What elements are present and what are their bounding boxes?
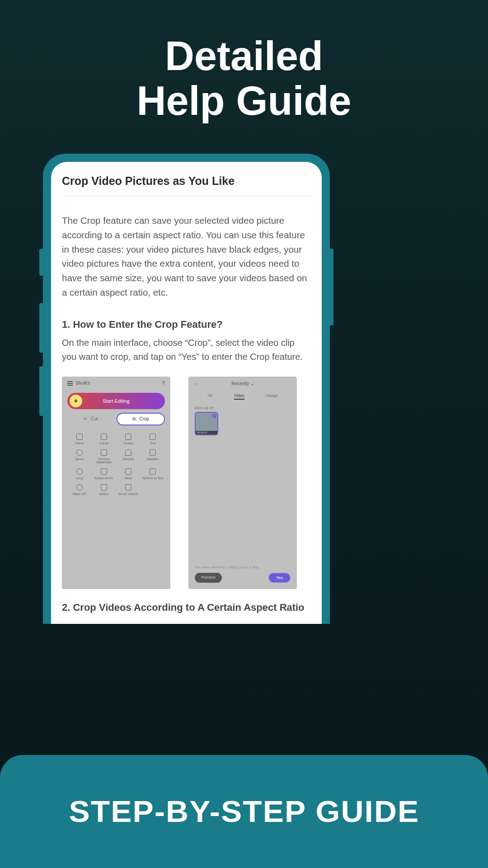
- phone-button-left-2: [39, 303, 43, 353]
- chevron-down-icon: ⌄: [250, 381, 254, 386]
- tool-speed: Speed: [67, 449, 92, 464]
- tool-motion: Motion: [92, 484, 116, 495]
- dropdown-recently: Recently ⌄: [231, 381, 254, 386]
- help-icon: ?: [162, 380, 165, 387]
- media-filter-tabs: All Video Image: [188, 391, 297, 402]
- section-2-heading: 2. Crop Videos According to A Certain As…: [62, 602, 311, 613]
- tool-filters: Filters: [67, 434, 92, 445]
- phone-button-left-1: [39, 249, 43, 276]
- tool-rotate: Rotate: [116, 434, 141, 445]
- start-editing-button: + Start Editing: [67, 393, 165, 409]
- bottom-bar: You have selected 1 clip(s) (up to 1 cli…: [188, 561, 297, 589]
- yes-button: Yes: [268, 573, 291, 583]
- phone-button-left-3: [39, 366, 43, 416]
- section-1-body: On the main interface, choose “Crop”, se…: [62, 336, 311, 364]
- hero-title: Detailed Help Guide: [0, 0, 488, 123]
- tab-cut: ✂ Cut: [67, 413, 114, 425]
- mode-tabs: ✂ Cut ⧉ Crop: [67, 413, 165, 425]
- tool-grid: Filters Adjust Rotate Text Speed Remove …: [62, 425, 170, 495]
- hero-line2: Help Guide: [136, 78, 351, 123]
- mock-header-right: ← Recently ⌄: [188, 377, 297, 391]
- selected-count-text: You have selected 1 clip(s) (up to 1 cli…: [195, 565, 291, 569]
- tab-crop-label: Crop: [139, 416, 149, 421]
- start-editing-label: Start Editing: [103, 398, 130, 404]
- video-thumbnail: ✓ 00:00:07: [195, 412, 218, 435]
- tool-adjust: Adjust: [92, 434, 116, 445]
- check-icon: ✓: [212, 414, 216, 418]
- back-icon: ←: [195, 381, 199, 386]
- thumb-duration: 00:00:07: [196, 431, 217, 434]
- tool-mute: Mute: [116, 468, 141, 480]
- filter-image: Image: [267, 393, 278, 400]
- tab-cut-label: Cut: [91, 416, 98, 421]
- section-1-heading: 1. How to Enter the Crop Feature?: [62, 319, 311, 330]
- tool-speech-to-text: Speech to Text: [141, 468, 165, 480]
- hero-line1: Detailed: [165, 33, 323, 79]
- tool-denoise: Denoise: [116, 449, 141, 464]
- tab-crop: ⧉ Crop: [117, 413, 165, 425]
- phone-screen: Crop Video Pictures as You Like The Crop…: [51, 162, 322, 624]
- article-title: Crop Video Pictures as You Like: [62, 175, 311, 196]
- filter-video: Video: [234, 393, 244, 400]
- tool-extract-audio: Extract Audio: [92, 468, 116, 480]
- article-intro: The Crop feature can save your selected …: [62, 213, 311, 300]
- tool-make-gif: Make GIF: [67, 484, 92, 495]
- screenshot-row: ShotKit ? + Start Editing ✂ Cut ⧉ Crop: [62, 377, 311, 589]
- mock-header: ShotKit ?: [62, 377, 170, 390]
- preview-button: Preview: [195, 573, 222, 583]
- screenshot-left: ShotKit ? + Start Editing ✂ Cut ⧉ Crop: [62, 377, 170, 589]
- date-label: 2022-08-19: [188, 402, 297, 412]
- tool-stabilize: Stabilize: [141, 449, 165, 464]
- filter-all: All: [207, 393, 212, 400]
- tool-text: Text: [141, 434, 165, 445]
- scissors-icon: ✂: [84, 416, 87, 421]
- footer-banner: STEP-BY-STEP GUIDE: [0, 755, 488, 868]
- tool-boost-volume: Boost Volume: [116, 484, 141, 495]
- crop-icon: ⧉: [132, 416, 136, 422]
- plus-icon: +: [70, 395, 82, 407]
- phone-button-right: [330, 249, 333, 326]
- hamburger-icon: [67, 381, 73, 386]
- app-name: ShotKit: [75, 381, 90, 386]
- screenshot-right: ← Recently ⌄ All Video Image 2022-08-19 …: [188, 377, 297, 589]
- tool-loop: Loop: [67, 468, 92, 480]
- tool-remove-watermark: Remove Watermark: [92, 449, 116, 464]
- phone-frame: Crop Video Pictures as You Like The Crop…: [43, 154, 330, 624]
- footer-text: STEP-BY-STEP GUIDE: [69, 794, 419, 829]
